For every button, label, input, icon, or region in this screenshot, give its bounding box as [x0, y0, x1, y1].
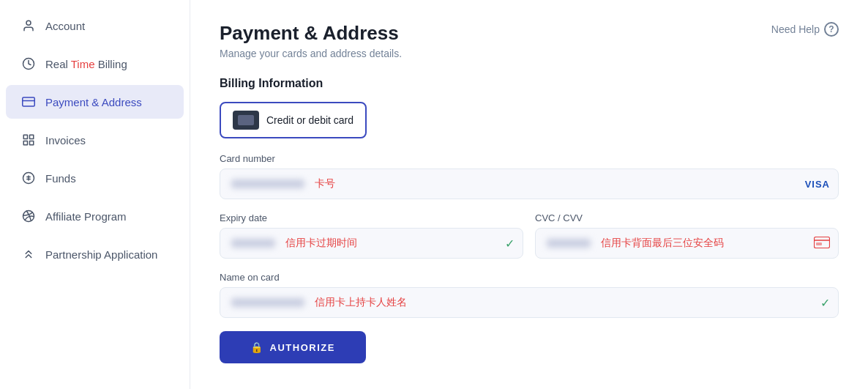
name-wrapper: 信用卡上持卡人姓名 ✓: [220, 287, 839, 318]
expiry-wrapper: 信用卡过期时间 ✓: [220, 228, 523, 259]
sidebar: Account Real Time Billing Payment & Addr…: [0, 0, 190, 389]
card-option-label: Credit or debit card: [266, 114, 353, 126]
expiry-cvc-row: Expiry date 信用卡过期时间 ✓ CVC / CVV 信用卡背面最后三…: [220, 212, 839, 259]
sidebar-item-partnership-label: Partnership Application: [45, 248, 169, 261]
grid-icon: [20, 133, 37, 147]
svg-point-0: [26, 21, 31, 25]
expiry-blur: [231, 239, 275, 248]
need-help-label: Need Help: [771, 23, 820, 35]
cvc-wrapper: 信用卡背面最后三位安全码: [535, 228, 839, 259]
visa-label: VISA: [805, 179, 830, 190]
card-number-blur: [231, 179, 304, 188]
sidebar-item-invoices-label: Invoices: [45, 134, 169, 147]
handshake-icon: [20, 248, 37, 261]
svg-rect-11: [815, 237, 830, 248]
card-icon: [20, 95, 37, 108]
name-on-card-group: Name on card 信用卡上持卡人姓名 ✓: [220, 272, 839, 318]
expiry-label: Expiry date: [220, 212, 523, 223]
name-on-card-label: Name on card: [220, 272, 839, 283]
card-number-input[interactable]: [220, 168, 839, 199]
billing-section-title: Billing Information: [220, 77, 839, 90]
svg-rect-4: [23, 135, 27, 138]
cvc-blur: [547, 239, 591, 248]
card-number-group: Card number 卡号 VISA: [220, 153, 839, 199]
affiliate-icon: [20, 210, 37, 223]
sidebar-item-partnership-application[interactable]: Partnership Application: [6, 237, 184, 271]
sidebar-item-funds-label: Funds: [45, 172, 169, 185]
expiry-checkmark-icon: ✓: [505, 237, 515, 251]
sidebar-item-account-label: Account: [45, 20, 169, 32]
card-number-label: Card number: [220, 153, 839, 164]
svg-rect-13: [816, 242, 822, 245]
sidebar-item-affiliate-label: Affiliate Program: [45, 210, 169, 223]
card-number-wrapper: 卡号 VISA: [220, 168, 839, 199]
main-content: Payment & Address Manage your cards and …: [190, 0, 868, 389]
page-header: Payment & Address Manage your cards and …: [220, 22, 839, 59]
cvc-icon: [814, 237, 830, 251]
svg-rect-5: [30, 135, 34, 138]
svg-rect-7: [30, 141, 34, 145]
page-title: Payment & Address: [220, 22, 402, 45]
svg-rect-6: [23, 141, 27, 145]
help-circle-icon: ?: [824, 22, 839, 37]
name-blur: [231, 298, 304, 307]
cvc-placeholder: 信用卡背面最后三位安全码: [601, 237, 724, 250]
sidebar-item-rtb-label: Real Time Billing: [45, 58, 169, 70]
card-number-placeholder: 卡号: [315, 177, 335, 190]
credit-debit-card-option[interactable]: Credit or debit card: [220, 102, 367, 138]
cvc-label: CVC / CVV: [535, 212, 839, 223]
authorize-button[interactable]: 🔒 AUTHORIZE: [220, 331, 366, 363]
name-checkmark-icon: ✓: [820, 296, 830, 310]
person-icon: [20, 19, 37, 32]
svg-rect-2: [23, 97, 35, 106]
cvc-group: CVC / CVV 信用卡背面最后三位安全码: [535, 212, 839, 259]
clock-icon: [20, 57, 37, 70]
name-on-card-input[interactable]: [220, 287, 839, 318]
cvc-card-icon: [814, 237, 830, 251]
visa-badge: VISA: [805, 179, 830, 190]
name-check: ✓: [820, 296, 830, 310]
expiry-placeholder: 信用卡过期时间: [285, 237, 357, 250]
page-subtitle: Manage your cards and address details.: [220, 48, 402, 59]
sidebar-item-affiliate-program[interactable]: Affiliate Program: [6, 199, 184, 233]
authorize-label: AUTHORIZE: [270, 342, 335, 353]
expiry-group: Expiry date 信用卡过期时间 ✓: [220, 212, 523, 259]
sidebar-item-invoices[interactable]: Invoices: [6, 123, 184, 157]
name-placeholder: 信用卡上持卡人姓名: [315, 296, 407, 309]
need-help-button[interactable]: Need Help ?: [771, 22, 839, 37]
expiry-check: ✓: [505, 237, 515, 251]
page-header-left: Payment & Address Manage your cards and …: [220, 22, 402, 59]
card-selector: Credit or debit card: [220, 102, 839, 138]
lock-icon: 🔒: [250, 341, 264, 353]
sidebar-item-payment-label: Payment & Address: [45, 96, 169, 108]
card-type-icon: [233, 111, 259, 130]
dollar-icon: [20, 171, 37, 185]
sidebar-item-real-time-billing[interactable]: Real Time Billing: [6, 47, 184, 81]
sidebar-item-funds[interactable]: Funds: [6, 161, 184, 195]
sidebar-item-payment-address[interactable]: Payment & Address: [6, 85, 184, 119]
sidebar-item-account[interactable]: Account: [6, 9, 184, 42]
